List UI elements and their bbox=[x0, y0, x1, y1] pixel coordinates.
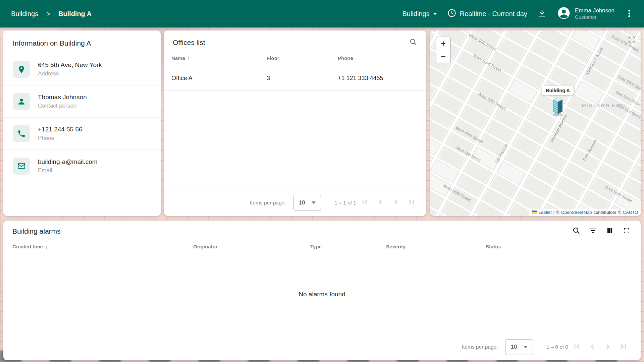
columns-icon bbox=[606, 227, 614, 236]
first-page-button[interactable] bbox=[360, 197, 370, 208]
copyright-symbol: © bbox=[556, 210, 559, 215]
table-row[interactable]: Office A 3 +1 121 333 4455 bbox=[164, 66, 426, 90]
avatar bbox=[557, 6, 571, 21]
column-header-phone[interactable]: Phone bbox=[338, 55, 417, 61]
empty-state-text: No alarms found bbox=[3, 255, 641, 334]
page-size-select[interactable]: 10 bbox=[505, 339, 533, 355]
offices-card-title: Offices list bbox=[173, 39, 205, 47]
phone-value: +121 244 55 66 bbox=[38, 126, 83, 133]
map-svg[interactable]: West 54th Street West 53rd Street West 5… bbox=[430, 31, 641, 216]
next-page-button[interactable] bbox=[391, 197, 400, 208]
chevron-left-icon bbox=[588, 342, 597, 352]
location-pin-icon bbox=[13, 61, 30, 78]
map-fullscreen-button[interactable] bbox=[627, 35, 636, 45]
filter-icon bbox=[589, 227, 597, 236]
phone-label: Phone bbox=[38, 135, 83, 141]
offices-search-button[interactable] bbox=[409, 38, 417, 47]
entity-select[interactable]: Buildings bbox=[402, 10, 437, 18]
map-attribution: Leaflet | © OpenStreetMap contributors ©… bbox=[529, 209, 641, 216]
search-icon bbox=[409, 38, 417, 47]
previous-page-button[interactable] bbox=[376, 197, 385, 208]
list-item-contact-person: Thomas Johnson Contact person bbox=[3, 85, 161, 118]
list-item-address: 645 5th Ave, New York Address bbox=[3, 53, 161, 85]
alarms-fullscreen-button[interactable] bbox=[623, 227, 631, 236]
leaflet-link[interactable]: Leaflet bbox=[539, 210, 552, 215]
ukraine-flag-icon bbox=[532, 210, 537, 214]
chevron-right-icon bbox=[391, 197, 400, 208]
email-value: building-a@mail.com bbox=[38, 158, 98, 166]
offices-list-card: Offices list Name ↑ Floor Phone Office A… bbox=[164, 31, 426, 216]
column-header-status[interactable]: Status bbox=[486, 244, 629, 249]
building-info-card: Information on Building A 645 5th Ave, N… bbox=[3, 31, 161, 216]
address-label: Address bbox=[38, 70, 102, 77]
column-header-severity[interactable]: Severity bbox=[386, 244, 486, 249]
person-icon bbox=[13, 93, 30, 110]
chevron-left-icon bbox=[376, 197, 385, 208]
more-menu-button[interactable] bbox=[625, 9, 634, 19]
page-title: Building A bbox=[58, 10, 92, 18]
breadcrumb: Buildings > Building A bbox=[11, 10, 92, 18]
marker-label[interactable]: Building A bbox=[542, 86, 574, 95]
sort-desc-icon: ↓ bbox=[45, 244, 48, 249]
attribution-separator: | bbox=[553, 210, 554, 215]
list-item-phone: +121 244 55 66 Phone bbox=[3, 118, 161, 150]
last-page-button[interactable] bbox=[407, 197, 416, 208]
breadcrumb-buildings-link[interactable]: Buildings bbox=[11, 10, 38, 18]
user-role: Customer bbox=[575, 14, 614, 20]
email-icon bbox=[13, 158, 30, 175]
chevron-down-icon bbox=[524, 346, 528, 348]
user-menu[interactable]: Emma Johnson Customer bbox=[557, 6, 614, 21]
alarms-columns-button[interactable] bbox=[606, 227, 614, 236]
alarms-filter-button[interactable] bbox=[589, 227, 597, 236]
column-header-floor[interactable]: Floor bbox=[267, 55, 338, 61]
email-label: Email bbox=[38, 167, 98, 174]
next-page-button[interactable] bbox=[603, 342, 612, 352]
map-zoom-control: + − bbox=[436, 37, 451, 63]
alarms-table-header: Created time ↓ Originator Type Severity … bbox=[3, 238, 641, 255]
last-page-icon bbox=[619, 342, 628, 352]
timewindow-label: Realtime - Current day bbox=[460, 10, 527, 18]
paginator-range: 1 – 0 of 0 bbox=[546, 344, 568, 350]
zoom-out-button[interactable]: − bbox=[436, 50, 450, 63]
openstreetmap-link[interactable]: OpenStreetMap bbox=[561, 210, 592, 215]
alarms-paginator: Items per page: 10 1 – 0 of 0 bbox=[3, 334, 641, 360]
building-alarms-card: Building alarms Created time ↓ Originato… bbox=[3, 221, 641, 360]
user-name: Emma Johnson bbox=[575, 7, 614, 14]
info-card-title: Information on Building A bbox=[3, 39, 161, 47]
first-page-icon bbox=[572, 342, 582, 352]
list-item-email: building-a@mail.com Email bbox=[3, 150, 161, 182]
column-header-created-time[interactable]: Created time ↓ bbox=[12, 244, 193, 249]
fullscreen-icon bbox=[623, 227, 631, 236]
offices-paginator: Items per page: 10 1 – 1 of 1 bbox=[164, 189, 426, 216]
timewindow-button[interactable]: Realtime - Current day bbox=[447, 8, 527, 19]
column-header-type[interactable]: Type bbox=[310, 244, 386, 249]
download-button[interactable] bbox=[537, 9, 547, 19]
search-icon bbox=[572, 227, 580, 236]
paginator-range: 1 – 1 of 1 bbox=[334, 200, 356, 206]
info-list: 645 5th Ave, New York Address Thomas Joh… bbox=[3, 53, 161, 182]
page-size-value: 10 bbox=[511, 344, 517, 350]
phone-icon bbox=[13, 125, 30, 142]
alarms-card-title: Building alarms bbox=[12, 227, 61, 235]
column-header-name[interactable]: Name ↑ bbox=[171, 55, 267, 61]
contributors-text: contributors bbox=[593, 210, 616, 215]
map-card: West 54th Street West 53rd Street West 5… bbox=[430, 31, 641, 216]
top-bar: Buildings > Building A Buildings Realtim… bbox=[0, 0, 644, 27]
items-per-page-label: Items per page: bbox=[250, 200, 286, 206]
page-size-select[interactable]: 10 bbox=[293, 195, 321, 210]
contact-person-label: Contact person bbox=[38, 103, 87, 109]
fullscreen-icon bbox=[627, 35, 636, 45]
last-page-button[interactable] bbox=[619, 342, 628, 352]
previous-page-button[interactable] bbox=[588, 342, 597, 352]
contact-person-value: Thomas Johnson bbox=[38, 94, 87, 101]
breadcrumb-separator: > bbox=[46, 10, 50, 18]
zoom-in-button[interactable]: + bbox=[436, 37, 450, 50]
sort-asc-icon: ↑ bbox=[187, 55, 190, 61]
clock-icon bbox=[447, 8, 457, 19]
alarms-search-button[interactable] bbox=[572, 227, 580, 236]
column-header-originator[interactable]: Originator bbox=[193, 244, 310, 249]
first-page-button[interactable] bbox=[572, 342, 582, 352]
carto-link[interactable]: CARTO bbox=[623, 210, 638, 215]
last-page-icon bbox=[407, 197, 416, 208]
chevron-down-icon bbox=[433, 13, 437, 15]
